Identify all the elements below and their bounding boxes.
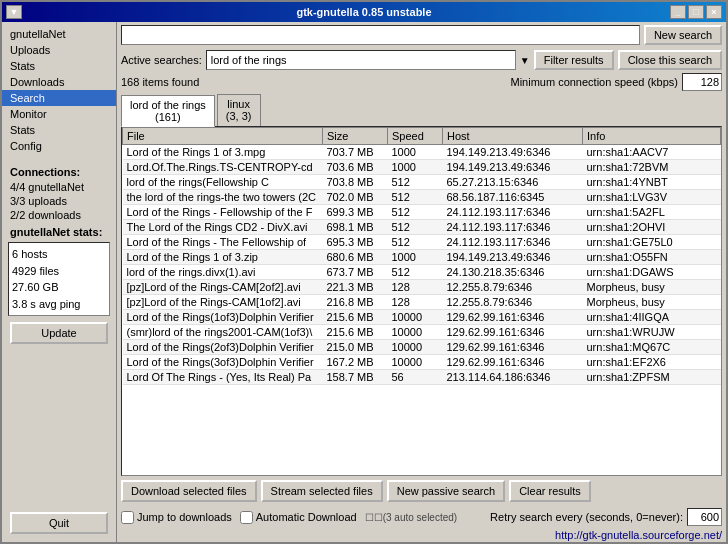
table-row[interactable]: Lord of the Rings(3of3)Dolphin Verifier1… — [123, 355, 721, 370]
sidebar-item-config[interactable]: Config — [2, 138, 116, 154]
clear-results-button[interactable]: Clear results — [509, 480, 591, 502]
table-row[interactable]: Lord of the Rings - Fellowship of the F6… — [123, 205, 721, 220]
cell-speed: 10000 — [388, 340, 443, 355]
table-row[interactable]: Lord of the Rings 1 of 3.zip680.6 MB1000… — [123, 250, 721, 265]
cell-speed: 1000 — [388, 250, 443, 265]
cell-info: urn:sha1:DGAWS — [583, 265, 721, 280]
cell-speed: 512 — [388, 220, 443, 235]
results-table: File Size Speed Host Info Lord of the Ri… — [122, 127, 721, 385]
download-button[interactable]: Download selected files — [121, 480, 257, 502]
filter-results-button[interactable]: Filter results — [534, 50, 614, 70]
cell-file: (smr)lord of the rings2001-CAM(1of3)\ — [123, 325, 323, 340]
new-search-input[interactable] — [121, 25, 640, 45]
table-row[interactable]: lord of the rings.divx(1).avi673.7 MB512… — [123, 265, 721, 280]
table-row[interactable]: Lord of the Rings 1 of 3.mpg703.7 MB1000… — [123, 145, 721, 160]
cell-host: 129.62.99.161:6346 — [443, 355, 583, 370]
stream-button[interactable]: Stream selected files — [261, 480, 383, 502]
minimize-btn[interactable]: _ — [670, 5, 686, 19]
new-search-button[interactable]: New search — [644, 25, 722, 45]
cell-size: 695.3 MB — [323, 235, 388, 250]
table-row[interactable]: [pz]Lord of the Rings-CAM[1of2].avi216.8… — [123, 295, 721, 310]
cell-speed: 512 — [388, 175, 443, 190]
cell-speed: 10000 — [388, 355, 443, 370]
cell-file: Lord of the Rings(3of3)Dolphin Verifier — [123, 355, 323, 370]
cell-size: 703.7 MB — [323, 145, 388, 160]
stat-size: 27.60 GB — [12, 279, 106, 296]
min-speed-label: Minimum connection speed (kbps) — [510, 76, 678, 88]
cell-host: 12.255.8.79:6346 — [443, 295, 583, 310]
retry-input[interactable] — [687, 508, 722, 526]
cell-host: 68.56.187.116:6345 — [443, 190, 583, 205]
quit-button[interactable]: Quit — [10, 512, 108, 534]
stat-files: 4929 files — [12, 263, 106, 280]
col-file[interactable]: File — [123, 128, 323, 145]
active-search-input[interactable] — [206, 50, 516, 70]
cell-speed: 512 — [388, 190, 443, 205]
sidebar-item-stats[interactable]: Stats — [2, 58, 116, 74]
table-row[interactable]: Lord of the Rings(2of3)Dolphin Verifier2… — [123, 340, 721, 355]
stats-label: gnutellaNet stats: — [2, 222, 116, 240]
col-size[interactable]: Size — [323, 128, 388, 145]
min-speed-input[interactable] — [682, 73, 722, 91]
update-button[interactable]: Update — [10, 322, 108, 344]
cell-host: 129.62.99.161:6346 — [443, 310, 583, 325]
active-searches-label: Active searches: — [121, 54, 202, 66]
sidebar: gnutellaNet Uploads Stats Downloads Sear… — [2, 22, 117, 542]
cell-file: Lord Of The Rings - (Yes, Its Real) Pa — [123, 370, 323, 385]
bottom-buttons: Download selected files Stream selected … — [117, 476, 726, 506]
jump-to-downloads-checkbox[interactable] — [121, 511, 134, 524]
cell-size: 680.6 MB — [323, 250, 388, 265]
table-row[interactable]: The Lord of the Rings CD2 - DivX.avi698.… — [123, 220, 721, 235]
cell-info: urn:sha1:GE75L0 — [583, 235, 721, 250]
table-row[interactable]: Lord.Of.The.Rings.TS-CENTROPY-cd703.6 MB… — [123, 160, 721, 175]
stat-hosts: 6 hosts — [12, 246, 106, 263]
table-row[interactable]: Lord of the Rings - The Fellowship of695… — [123, 235, 721, 250]
min-speed-section: Minimum connection speed (kbps) — [510, 73, 722, 91]
auto-download-label[interactable]: Automatic Download — [240, 511, 357, 524]
cell-host: 194.149.213.49:6346 — [443, 160, 583, 175]
col-speed[interactable]: Speed — [388, 128, 443, 145]
cell-host: 12.255.8.79:6346 — [443, 280, 583, 295]
sidebar-item-downloads[interactable]: Downloads — [2, 74, 116, 90]
cell-file: Lord of the Rings 1 of 3.mpg — [123, 145, 323, 160]
table-row[interactable]: Lord of the Rings(1of3)Dolphin Verifier2… — [123, 310, 721, 325]
cell-speed: 10000 — [388, 310, 443, 325]
cell-speed: 1000 — [388, 145, 443, 160]
sidebar-item-monitor[interactable]: Monitor — [2, 106, 116, 122]
table-row[interactable]: (smr)lord of the rings2001-CAM(1of3)\215… — [123, 325, 721, 340]
col-host[interactable]: Host — [443, 128, 583, 145]
stat-ping: 3.8 s avg ping — [12, 296, 106, 313]
cell-speed: 512 — [388, 265, 443, 280]
results-table-container[interactable]: File Size Speed Host Info Lord of the Ri… — [121, 126, 722, 476]
cell-host: 65.27.213.15:6346 — [443, 175, 583, 190]
cell-file: [pz]Lord of the Rings-CAM[2of2].avi — [123, 280, 323, 295]
sidebar-item-search[interactable]: Search — [2, 90, 116, 106]
tab-linux[interactable]: linux(3, 3) — [217, 94, 261, 126]
cell-size: 698.1 MB — [323, 220, 388, 235]
close-search-button[interactable]: Close this search — [618, 50, 722, 70]
col-info[interactable]: Info — [583, 128, 721, 145]
passive-search-button[interactable]: New passive search — [387, 480, 505, 502]
jump-to-downloads-label[interactable]: Jump to downloads — [121, 511, 232, 524]
tab-lord-of-the-rings[interactable]: lord of the rings(161) — [121, 95, 215, 127]
close-btn[interactable]: × — [706, 5, 722, 19]
sidebar-item-stats2[interactable]: Stats — [2, 122, 116, 138]
auto-download-checkbox[interactable] — [240, 511, 253, 524]
window-menu-btn[interactable]: ▼ — [6, 5, 22, 19]
cell-file: Lord of the Rings(2of3)Dolphin Verifier — [123, 340, 323, 355]
cell-size: 215.0 MB — [323, 340, 388, 355]
table-row[interactable]: the lord of the rings-the two towers (2C… — [123, 190, 721, 205]
window-title: gtk-gnutella 0.85 unstable — [296, 6, 431, 18]
status-url: http://gtk-gnutella.sourceforge.net/ — [555, 529, 722, 541]
table-row[interactable]: lord of the rings(Fellowship C703.8 MB51… — [123, 175, 721, 190]
sidebar-item-gnutellanet[interactable]: gnutellaNet — [2, 26, 116, 42]
cell-info: urn:sha1:72BVM — [583, 160, 721, 175]
conn-uploads: 3/3 uploads — [2, 194, 116, 208]
cell-size: 167.2 MB — [323, 355, 388, 370]
table-row[interactable]: [pz]Lord of the Rings-CAM[2of2].avi221.3… — [123, 280, 721, 295]
cell-host: 24.112.193.117:6346 — [443, 220, 583, 235]
cell-host: 24.130.218.35:6346 — [443, 265, 583, 280]
maximize-btn[interactable]: □ — [688, 5, 704, 19]
sidebar-item-uploads[interactable]: Uploads — [2, 42, 116, 58]
table-row[interactable]: Lord Of The Rings - (Yes, Its Real) Pa15… — [123, 370, 721, 385]
